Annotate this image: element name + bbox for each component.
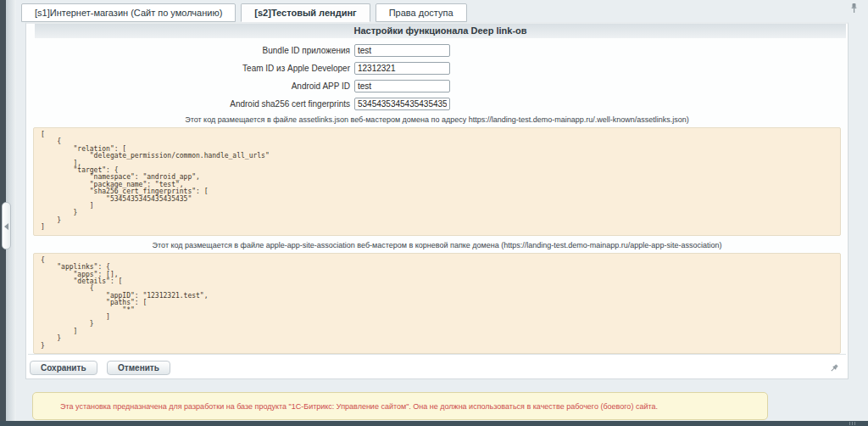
apple-association-code: { "applinks": { "apps": [], "details": [… bbox=[41, 257, 833, 350]
trial-warning-text: Эта установка предназначена для разработ… bbox=[60, 402, 658, 411]
team-id-label: Team ID из Apple Developer bbox=[28, 64, 354, 73]
bottom-panel-edge bbox=[0, 421, 868, 426]
sha256-input[interactable] bbox=[354, 98, 450, 110]
cancel-button[interactable]: Отменить bbox=[107, 361, 170, 375]
sidebar-collapse-handle[interactable] bbox=[2, 202, 11, 249]
assetlinks-note: Этот код размещается в файле assetlinks.… bbox=[28, 115, 846, 124]
android-app-id-input[interactable] bbox=[354, 80, 450, 92]
chevron-left-icon bbox=[4, 223, 8, 230]
tab-site-default[interactable]: [s1]Интернет-магазин (Сайт по умолчанию) bbox=[21, 3, 236, 22]
form-footer: Сохранить Отменить bbox=[26, 355, 848, 378]
save-button[interactable]: Сохранить bbox=[30, 361, 97, 375]
bundle-id-input[interactable] bbox=[354, 44, 450, 57]
android-app-id-label: Android APP ID bbox=[28, 81, 354, 91]
form-tabs: [s1]Интернет-магазин (Сайт по умолчанию)… bbox=[21, 3, 472, 22]
assetlinks-code-block: [ { "relation": [ "delegate_permission/c… bbox=[33, 127, 841, 236]
field-row-android-app-id: Android APP ID bbox=[28, 80, 846, 92]
assetlinks-code: [ { "relation": [ "delegate_permission/c… bbox=[41, 132, 833, 232]
tab-test-landing[interactable]: [s2]Тестовый лендинг bbox=[241, 3, 370, 22]
form-section-header: Настройки функционала Deep link-ов bbox=[35, 24, 846, 38]
bundle-id-label: Bundle ID приложения bbox=[28, 46, 354, 55]
team-id-input[interactable] bbox=[354, 62, 450, 75]
apple-association-note: Этот код размещается в файле apple-app-s… bbox=[28, 241, 846, 249]
tab-access-rights[interactable]: Права доступа bbox=[376, 3, 467, 22]
form-fields: Bundle ID приложения Team ID из Apple De… bbox=[28, 38, 846, 110]
field-row-bundle-id: Bundle ID приложения bbox=[28, 44, 846, 57]
apple-association-code-block: { "applinks": { "apps": [], "details": [… bbox=[33, 253, 841, 354]
trial-warning-banner: Эта установка предназначена для разработ… bbox=[32, 392, 768, 420]
pin-icon[interactable] bbox=[849, 3, 859, 14]
field-row-sha256: Android sha256 cert fingerprints bbox=[28, 98, 846, 110]
settings-form-panel: Настройки функционала Deep link-ов Bundl… bbox=[25, 22, 849, 379]
panel-grip-icon bbox=[849, 422, 856, 425]
sha256-label: Android sha256 cert fingerprints bbox=[28, 99, 354, 109]
field-row-team-id: Team ID из Apple Developer bbox=[28, 62, 846, 75]
form-settings-pin-icon[interactable] bbox=[829, 363, 839, 373]
settings-form-body: Настройки функционала Deep link-ов Bundl… bbox=[28, 24, 846, 355]
